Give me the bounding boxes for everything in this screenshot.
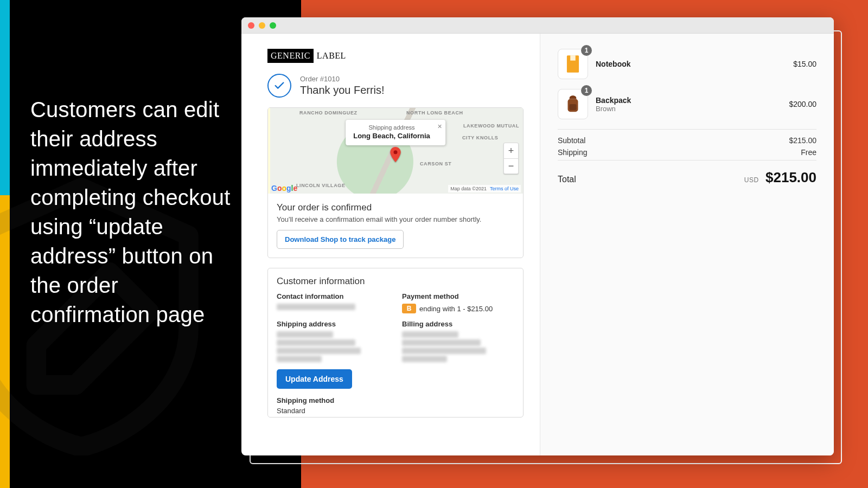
product-name: Notebook	[596, 60, 631, 68]
map-label: CARSON ST	[420, 161, 451, 166]
contact-label: Contact information	[277, 292, 389, 300]
store-logo: GENERIC LABEL	[267, 49, 349, 63]
product-thumb: 1	[558, 49, 588, 79]
bg-accent-stripe	[0, 0, 10, 488]
order-summary: 1 Notebook $15.00 1	[540, 34, 834, 455]
product-thumb: 1	[558, 89, 588, 119]
map-callout: × Shipping address Long Beach, Californi…	[346, 120, 445, 145]
thank-you: Thank you Ferris!	[300, 84, 385, 97]
product-name: Backpack	[596, 96, 631, 105]
map-callout-title: Shipping address	[353, 124, 430, 131]
cart-line: 1 Backpack Brown $200.00	[558, 89, 816, 119]
svg-rect-4	[570, 104, 577, 110]
payment-brand-icon: B	[402, 304, 416, 313]
customer-info-heading: Customer information	[277, 276, 514, 287]
payment-label: Payment method	[402, 292, 514, 300]
close-icon[interactable]: ×	[438, 122, 442, 131]
product-variant: Brown	[596, 105, 631, 113]
svg-rect-2	[570, 55, 576, 61]
svg-point-0	[394, 150, 398, 154]
store-logo-text: LABEL	[314, 49, 349, 63]
redacted-line	[277, 348, 361, 354]
shipping-label: Shipping	[558, 148, 588, 157]
backpack-icon	[564, 94, 582, 114]
divider	[558, 129, 816, 130]
map-zoom: + −	[503, 143, 519, 174]
window-minimize-icon[interactable]	[259, 22, 265, 29]
window-zoom-icon[interactable]	[270, 22, 276, 29]
redacted-line	[402, 356, 447, 362]
redacted-line	[402, 339, 481, 346]
map-attribution: Map data ©2021Terms of Use	[448, 185, 521, 192]
redacted-line	[402, 348, 486, 354]
window-close-icon[interactable]	[248, 22, 254, 29]
divider	[558, 160, 816, 160]
total-value: $215.00	[765, 169, 816, 185]
map-callout-body: Long Beach, California	[353, 132, 430, 140]
window-titlebar	[241, 17, 834, 34]
order-confirm-card: RANCHO DOMINGUEZ NORTH LONG BEACH LAKEWO…	[267, 107, 524, 258]
google-logo: Google	[271, 184, 297, 192]
download-shop-button[interactable]: Download Shop to track package	[277, 230, 404, 249]
notebook-icon	[564, 54, 582, 74]
qty-badge: 1	[581, 85, 592, 96]
shipping-method-value: Standard	[277, 407, 514, 415]
customer-info-card: Customer information Contact information…	[267, 268, 524, 418]
map-label: RANCHO DOMINGUEZ	[299, 110, 358, 115]
redacted-line	[277, 356, 322, 362]
currency: USD	[744, 176, 759, 184]
confirm-body: You'll receive a confirmation email with…	[277, 215, 514, 223]
redacted-line	[402, 331, 458, 338]
order-number: Order #1010	[300, 75, 385, 83]
shipping-address-label: Shipping address	[277, 320, 389, 328]
map-label: NORTH LONG BEACH	[406, 110, 463, 115]
map-label: LINCOLN VILLAGE	[296, 183, 346, 188]
product-price: $200.00	[789, 100, 816, 108]
shipping-value: Free	[801, 148, 816, 157]
billing-address-label: Billing address	[402, 320, 514, 328]
payment-text: ending with 1 - $215.00	[419, 305, 493, 313]
update-address-button[interactable]: Update Address	[277, 369, 352, 389]
app-window: GENERIC LABEL Order #1010 Thank you Ferr…	[241, 17, 834, 455]
zoom-in-button[interactable]: +	[504, 143, 518, 158]
promo-copy: Customers can edit their address immedia…	[30, 95, 231, 329]
redacted-line	[277, 331, 333, 338]
zoom-out-button[interactable]: −	[504, 158, 518, 174]
map-terms-link[interactable]: Terms of Use	[490, 186, 519, 191]
total-label: Total	[558, 175, 576, 184]
store-logo-mark: GENERIC	[267, 49, 314, 63]
confirm-heading: Your order is confirmed	[277, 202, 514, 213]
map-label: LAKEWOOD MUTUAL	[463, 123, 519, 129]
shipping-method-label: Shipping method	[277, 396, 514, 404]
redacted-contact	[277, 304, 355, 310]
map-label: CITY KNOLLS	[462, 135, 498, 140]
subtotal-label: Subtotal	[558, 136, 585, 145]
map-pin-icon	[390, 147, 401, 164]
map[interactable]: RANCHO DOMINGUEZ NORTH LONG BEACH LAKEWO…	[268, 108, 523, 195]
subtotal-value: $215.00	[789, 136, 816, 145]
product-price: $15.00	[793, 60, 816, 68]
redacted-line	[277, 339, 355, 346]
checkmark-icon	[267, 74, 291, 98]
qty-badge: 1	[581, 45, 592, 56]
cart-line: 1 Notebook $15.00	[558, 49, 816, 79]
